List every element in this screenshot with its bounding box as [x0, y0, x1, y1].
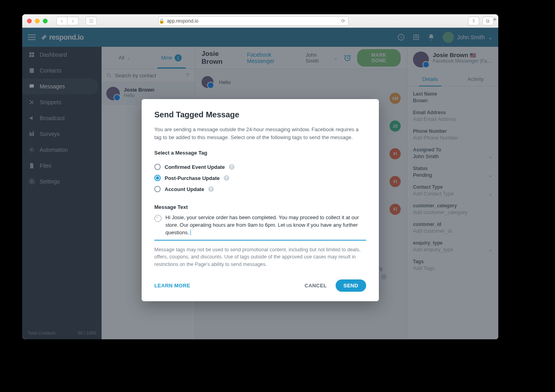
url-bar[interactable]: 🔒 app.respond.io ⟳ — [158, 16, 349, 26]
radio-icon — [154, 186, 161, 192]
radio-post-purchase[interactable]: Post-Purchase Update ? — [154, 172, 366, 184]
message-text-content: Hi Josie, your service order has been co… — [165, 214, 366, 237]
learn-more-link[interactable]: LEARN MORE — [154, 283, 190, 289]
send-button[interactable]: SEND — [336, 279, 366, 292]
sidebar-toggle-button[interactable]: ◫ — [86, 17, 97, 25]
nav-buttons: ‹ › — [56, 17, 79, 25]
browser-window: ‹ › ◫ 🔒 app.respond.io ⟳ ⇧ ⧉ + respond.i… — [22, 14, 498, 339]
help-icon[interactable]: ? — [208, 186, 214, 192]
lock-icon: 🔒 — [159, 18, 165, 24]
app: respond.io ? John Smith ⌄ Dashboard Cont… — [22, 28, 498, 339]
modal-actions: LEARN MORE CANCEL SEND — [154, 279, 366, 292]
new-tab-button[interactable]: + — [493, 16, 497, 23]
modal-disclaimer: Message tags may not be used to send pro… — [154, 246, 366, 268]
message-text-label: Message Text — [154, 204, 366, 210]
titlebar-right: ⇧ ⧉ — [468, 17, 494, 25]
radio-confirmed-event[interactable]: Confirmed Event Update ? — [154, 161, 366, 172]
radio-icon — [154, 175, 161, 181]
radio-icon — [154, 164, 161, 170]
cancel-button[interactable]: CANCEL — [305, 283, 327, 289]
maximize-window-button[interactable] — [43, 19, 48, 23]
select-tag-label: Select a Message Tag — [154, 150, 366, 156]
window-controls — [27, 19, 48, 23]
reload-icon[interactable]: ⟳ — [341, 18, 345, 24]
message-input[interactable]: Hi Josie, your service order has been co… — [154, 214, 366, 241]
radio-account-update[interactable]: Account Update ? — [154, 184, 366, 195]
modal-overlay[interactable]: Send Tagged Message You are sending a me… — [22, 28, 498, 339]
share-button[interactable]: ⇧ — [468, 17, 479, 25]
modal-title: Send Tagged Message — [154, 110, 366, 119]
forward-button[interactable]: › — [67, 17, 79, 25]
minimize-window-button[interactable] — [35, 19, 40, 23]
back-button[interactable]: ‹ — [56, 17, 67, 25]
help-icon[interactable]: ? — [224, 175, 229, 181]
tabs-button[interactable]: ⧉ — [482, 17, 494, 25]
close-window-button[interactable] — [27, 19, 32, 23]
help-icon[interactable]: ? — [229, 164, 234, 170]
modal-description: You are sending a message outside the 24… — [154, 126, 366, 141]
emoji-icon[interactable] — [154, 215, 161, 222]
send-tagged-message-modal: Send Tagged Message You are sending a me… — [142, 99, 379, 301]
url-text: app.respond.io — [167, 18, 198, 24]
titlebar: ‹ › ◫ 🔒 app.respond.io ⟳ ⇧ ⧉ + — [22, 14, 498, 28]
